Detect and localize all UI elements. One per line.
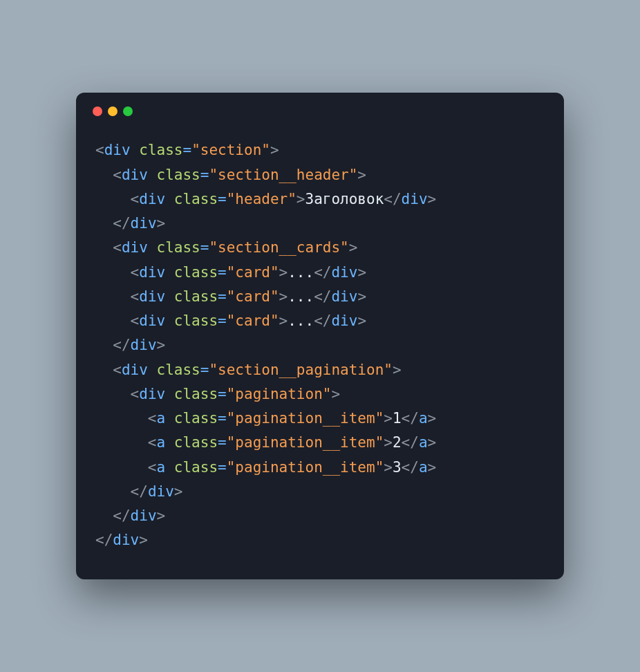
code-editor-window: <div class="section"> <div class="sectio… (76, 93, 564, 579)
window-titlebar (76, 93, 564, 122)
close-window-button[interactable] (93, 106, 102, 116)
code-content: <div class="section"> <div class="sectio… (76, 122, 564, 579)
minimize-window-button[interactable] (108, 106, 117, 116)
maximize-window-button[interactable] (123, 106, 133, 116)
